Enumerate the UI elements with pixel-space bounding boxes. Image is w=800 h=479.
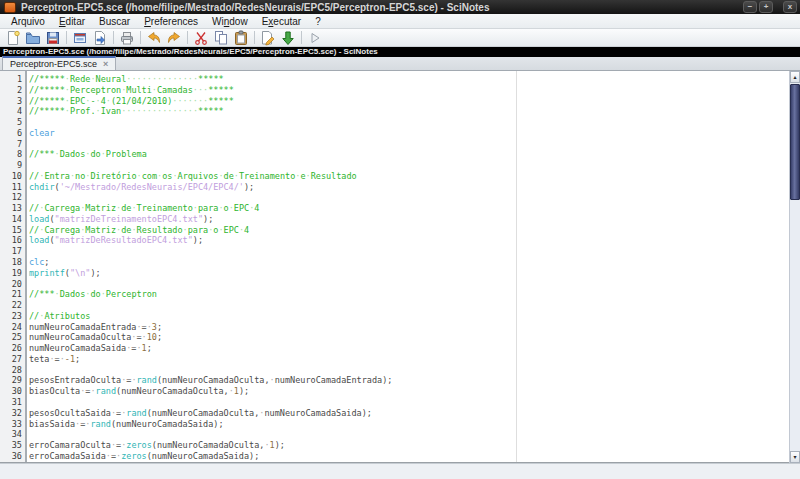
line-number: 1 (0, 74, 25, 85)
scroll-up-icon[interactable]: ▴ (790, 71, 800, 83)
tab-close-icon[interactable]: × (103, 60, 108, 69)
code-line: numNeuroCamadaSaida·=·1; (29, 343, 789, 354)
find-replace-icon (260, 30, 276, 46)
code-line: //*****·EPC·-·4·(21/04/2010)·······***** (29, 96, 789, 107)
menu-bar: ArquivoEditarBuscarPreferencesWindowExec… (0, 14, 800, 29)
execute-file-icon (280, 30, 296, 46)
line-number: 28 (0, 365, 25, 376)
save-file-button[interactable] (43, 30, 63, 46)
menu-item-arquivo[interactable]: Arquivo (4, 16, 52, 27)
line-number: 10 (0, 171, 25, 182)
line-number: 13 (0, 203, 25, 214)
menu-item-executar[interactable]: Executar (255, 16, 308, 27)
line-number: 12 (0, 192, 25, 203)
save-as-icon (72, 30, 88, 46)
line-number: 16 (0, 235, 25, 246)
menu-item-preferences[interactable]: Preferences (137, 16, 205, 27)
line-number: 17 (0, 246, 25, 257)
editor: 1234567891011121314151617181920212223242… (0, 71, 789, 463)
scrollbar-thumb[interactable] (790, 84, 800, 200)
run-button[interactable] (305, 30, 325, 46)
minimize-button[interactable]: − (743, 1, 757, 13)
line-number: 30 (0, 386, 25, 397)
open-file-button[interactable] (23, 30, 43, 46)
line-number: 6 (0, 128, 25, 139)
cut-icon (193, 30, 209, 46)
line-number: 32 (0, 408, 25, 419)
open-file-icon (25, 30, 41, 46)
code-line: clc; (29, 257, 789, 268)
execute-file-button[interactable] (278, 30, 298, 46)
line-number: 25 (0, 332, 25, 343)
vertical-scrollbar[interactable]: ▴ ▾ (789, 71, 800, 463)
title-bar: Perceptron-EPC5.sce (/home/filipe/Mestra… (0, 0, 800, 14)
tab-perceptron-epc5[interactable]: Perceptron-EPC5.sce × (2, 56, 116, 70)
line-number: 31 (0, 397, 25, 408)
line-number: 33 (0, 419, 25, 430)
line-number: 26 (0, 343, 25, 354)
code-line (29, 160, 789, 171)
menu-item-buscar[interactable]: Buscar (92, 16, 137, 27)
line-number: 35 (0, 440, 25, 451)
code-line (29, 365, 789, 376)
paste-button[interactable] (231, 30, 251, 46)
code-line: //***·Dados·do·Problema (29, 149, 789, 160)
code-line (29, 117, 789, 128)
line-number: 36 (0, 451, 25, 462)
copy-button[interactable] (211, 30, 231, 46)
info-bar: Perceptron-EPC5.sce (/home/filipe/Mestra… (0, 47, 800, 57)
menu-item-help[interactable]: ? (308, 16, 328, 27)
code-line: //·Entra·no·Diretório·com·os·Arquivos·de… (29, 171, 789, 182)
close-button[interactable]: x (783, 1, 797, 13)
window-controls: − + x (741, 1, 797, 13)
toolbar-separator (301, 31, 302, 44)
save-as-button[interactable] (70, 30, 90, 46)
menu-item-editar[interactable]: Editar (52, 16, 92, 27)
paste-icon (233, 30, 249, 46)
code-line: teta·=·-1; (29, 354, 789, 365)
line-number: 2 (0, 85, 25, 96)
status-bar (0, 463, 800, 479)
toolbar (0, 29, 800, 47)
new-file-button[interactable] (3, 30, 23, 46)
save-file-icon (45, 30, 61, 46)
cut-button[interactable] (191, 30, 211, 46)
new-file-icon (5, 30, 21, 46)
redo-icon (166, 30, 182, 46)
find-replace-button[interactable] (258, 30, 278, 46)
line-number: 23 (0, 311, 25, 322)
code-area[interactable]: //*****·Rede·Neural··············*****//… (27, 71, 789, 462)
code-line: biasSaida·=·rand(numNeuroCamadaSaida); (29, 419, 789, 430)
code-line: //*****·Rede·Neural··············***** (29, 74, 789, 85)
maximize-button[interactable]: + (759, 1, 773, 13)
line-number: 20 (0, 279, 25, 290)
toolbar-separator (187, 31, 188, 44)
code-line: chdir('~/Mestrado/RedesNeurais/EPC4/EPC4… (29, 182, 789, 193)
redo-button[interactable] (164, 30, 184, 46)
code-line: pesosEntradaOculta·=·rand(numNeuroCamada… (29, 375, 789, 386)
info-bar-text: Perceptron-EPC5.sce (/home/filipe/Mestra… (3, 47, 378, 56)
tab-label: Perceptron-EPC5.sce (10, 59, 97, 69)
code-line: clear (29, 128, 789, 139)
undo-icon (146, 30, 162, 46)
toolbar-separator (254, 31, 255, 44)
run-icon (307, 30, 323, 46)
line-number: 22 (0, 300, 25, 311)
line-number: 3 (0, 96, 25, 107)
export-icon (92, 30, 108, 46)
code-line (29, 300, 789, 311)
line-number: 5 (0, 117, 25, 128)
print-button[interactable] (117, 30, 137, 46)
code-line: numNeuroCamadaOculta·=·10; (29, 332, 789, 343)
export-button[interactable] (90, 30, 110, 46)
code-line: pesosOcultaSaida·=·rand(numNeuroCamadaOc… (29, 408, 789, 419)
line-number: 27 (0, 354, 25, 365)
scroll-down-icon[interactable]: ▾ (790, 451, 800, 463)
menu-item-window[interactable]: Window (205, 16, 255, 27)
line-number-gutter: 1234567891011121314151617181920212223242… (0, 71, 27, 462)
scinotes-window: Perceptron-EPC5.sce (/home/filipe/Mestra… (0, 0, 800, 479)
undo-button[interactable] (144, 30, 164, 46)
code-line (29, 139, 789, 150)
print-icon (119, 30, 135, 46)
code-line: erroCamadaSaida·=·zeros(numNeuroCamadaSa… (29, 451, 789, 462)
